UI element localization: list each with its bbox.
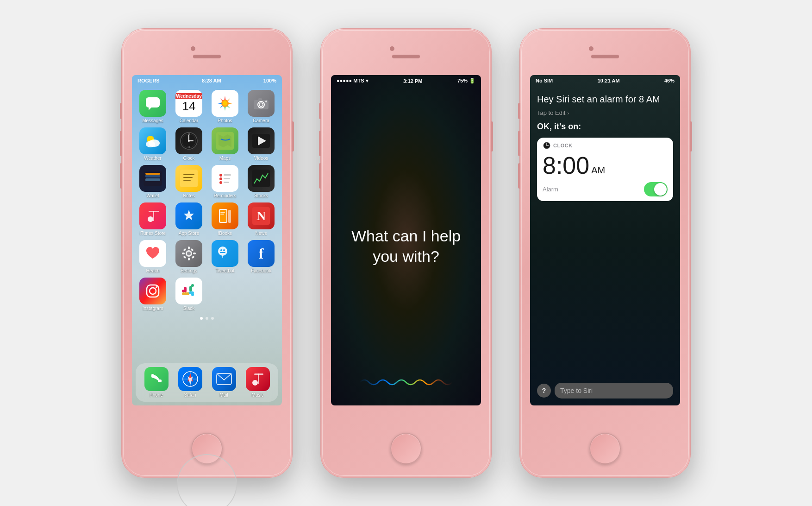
app-news[interactable]: N News (245, 202, 277, 236)
mute-btn-2[interactable] (319, 103, 321, 119)
screen-3: No SIM 10:21 AM 46% Hey Siri set an alar… (530, 75, 680, 405)
tap-to-edit[interactable]: Tap to Edit › (530, 108, 680, 118)
alarm-toggle[interactable] (644, 182, 668, 196)
app-camera[interactable]: Camera (245, 90, 277, 124)
tap-chevron-icon: › (567, 110, 569, 116)
dock-mail[interactable]: Mail (212, 367, 236, 398)
vol-up-1[interactable] (120, 131, 122, 156)
app-grid-1: Messages Wednesday 14 Calendar (132, 86, 282, 315)
svg-rect-56 (190, 248, 194, 251)
homescreen: ROGERS 8:28 AM 100% Messages Wednesday (132, 75, 282, 405)
svg-rect-32 (224, 174, 231, 176)
svg-point-16 (188, 140, 190, 142)
app-clock[interactable]: 12 12 Clock (173, 127, 205, 161)
app-wallet-icon (139, 165, 166, 192)
svg-rect-42 (220, 210, 226, 222)
app-photos[interactable]: Photos (209, 90, 241, 124)
alarm-ampm: AM (591, 165, 605, 179)
mute-btn-3[interactable] (518, 103, 520, 119)
vol-down-3[interactable] (518, 163, 520, 189)
home-button-2[interactable] (390, 433, 422, 464)
svg-point-59 (220, 249, 222, 251)
siri3-battery: 46% (664, 78, 675, 83)
app-calendar[interactable]: Wednesday 14 Calendar (173, 90, 205, 124)
screen-2: ●●●●● MTS ▾ 3:12 PM 75% 🔋 What can I hel… (331, 75, 481, 405)
siri-time: 3:12 PM (403, 78, 423, 84)
home-circle-overlay (177, 454, 237, 506)
tap-to-edit-text: Tap to Edit (537, 109, 565, 116)
app-weather-icon (139, 127, 166, 154)
svg-rect-34 (224, 178, 230, 179)
side-btn-right-3[interactable] (690, 121, 692, 152)
dock-mail-icon (212, 367, 236, 391)
app-clock-label: Clock (183, 156, 194, 161)
app-settings-label: Settings (181, 268, 197, 274)
vol-up-3[interactable] (518, 131, 520, 156)
app-tweetbot-label: Tweetbot (216, 268, 235, 274)
app-itunes[interactable]: iTunes Store (137, 202, 169, 236)
svg-rect-61 (220, 252, 225, 253)
alarm-label: Alarm (543, 186, 558, 193)
svg-point-65 (150, 288, 156, 294)
app-maps[interactable]: Maps (209, 127, 241, 161)
app-appstore[interactable]: App Store (173, 202, 205, 236)
phone-top-2 (321, 29, 491, 75)
app-notes-icon (175, 165, 202, 192)
svg-point-81 (252, 380, 258, 386)
side-btn-right-2[interactable] (491, 121, 493, 152)
app-wallet-label: Wallet (146, 193, 159, 199)
svg-rect-29 (183, 180, 191, 181)
svg-point-49 (187, 252, 191, 255)
svg-rect-62 (222, 255, 223, 258)
app-notes-label: Notes (183, 193, 195, 199)
app-reminders[interactable]: Reminders (209, 165, 241, 199)
svg-rect-40 (153, 211, 154, 221)
alarm-card-title: CLOCK (553, 143, 573, 148)
app-ibooks[interactable]: iBooks (209, 202, 241, 236)
svg-rect-27 (183, 174, 194, 175)
app-stocks[interactable]: Stocks (245, 165, 277, 199)
siri-question-text: What can I help you with? (340, 226, 472, 266)
app-health[interactable]: Health (137, 240, 169, 274)
app-camera-label: Camera (253, 118, 269, 124)
siri-type-input[interactable]: Type to Siri (555, 383, 673, 398)
svg-rect-54 (183, 248, 186, 251)
app-calendar-label: Calendar (180, 118, 199, 124)
vol-down-1[interactable] (120, 163, 122, 189)
app-instagram-label: Instagram (143, 306, 163, 311)
app-reminders-icon (212, 165, 238, 192)
app-videos[interactable]: Videos (245, 127, 277, 161)
vol-up-2[interactable] (319, 131, 321, 156)
dock-phone[interactable]: Phone (144, 367, 169, 398)
svg-rect-68 (182, 290, 185, 292)
app-health-label: Health (146, 268, 160, 274)
svg-rect-45 (228, 210, 231, 223)
app-messages[interactable]: Messages (137, 90, 169, 124)
dock-music[interactable]: Music (246, 367, 270, 398)
siri-help-button[interactable]: ? (537, 384, 551, 398)
siri-status-bar: ●●●●● MTS ▾ 3:12 PM 75% 🔋 (331, 75, 481, 87)
app-facebook[interactable]: f Facebook (245, 240, 277, 274)
app-instagram[interactable]: Instagram (137, 278, 169, 311)
phone-1: ROGERS 8:28 AM 100% Messages Wednesday (121, 28, 293, 478)
dock-safari-icon (178, 367, 202, 391)
side-btn-right-1[interactable] (292, 121, 294, 152)
vol-down-2[interactable] (319, 163, 321, 189)
mute-btn-1[interactable] (120, 103, 122, 119)
app-weather[interactable]: Weather (137, 127, 169, 161)
app-slack-icon (175, 278, 202, 304)
app-instagram-icon (139, 278, 166, 304)
app-settings[interactable]: Settings (173, 240, 205, 274)
home-button-3[interactable] (589, 433, 621, 464)
speaker-3 (591, 55, 619, 58)
app-slack[interactable]: Slack (173, 278, 205, 311)
dock-safari[interactable]: Safari (178, 367, 202, 398)
siri-screen: ●●●●● MTS ▾ 3:12 PM 75% 🔋 What can I hel… (331, 75, 481, 405)
siri-carrier: ●●●●● MTS ▾ (337, 78, 369, 84)
phone-3: No SIM 10:21 AM 46% Hey Siri set an alar… (519, 28, 691, 478)
app-news-icon: N (248, 202, 275, 229)
app-notes[interactable]: Notes (173, 165, 205, 199)
app-wallet[interactable]: Wallet (137, 165, 169, 199)
app-tweetbot[interactable]: Tweetbot (209, 240, 241, 274)
app-itunes-label: iTunes Store (140, 231, 166, 236)
